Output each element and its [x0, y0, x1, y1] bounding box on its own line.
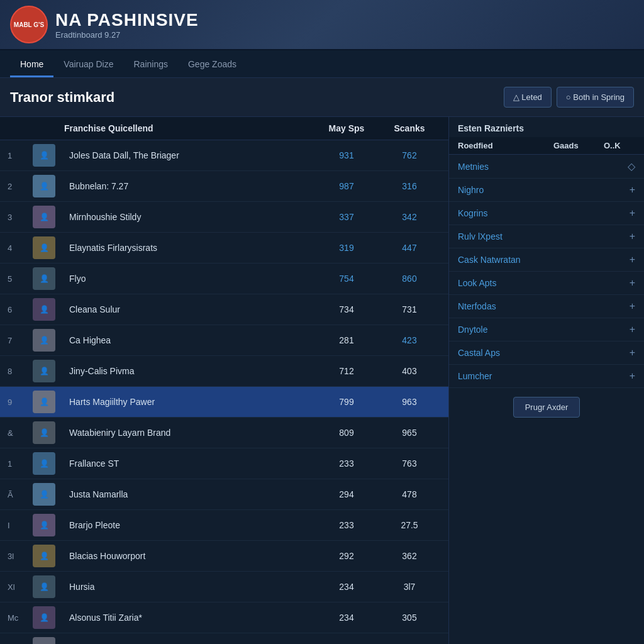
page-header: Tranor stimkard △ Leted ○ Both in Spring: [0, 78, 644, 117]
right-panel-row[interactable]: Kogrins +: [449, 202, 644, 225]
nav-item-rainings[interactable]: Rainings: [123, 53, 177, 77]
table-row[interactable]: 7 👤 Ca Highea 281 423: [0, 325, 448, 356]
avatar: 👤: [33, 637, 55, 644]
right-row-action[interactable]: ◇: [604, 160, 635, 172]
player-name: Alsonus Titii Zaria*: [64, 613, 315, 623]
row-rank: 3l: [8, 552, 33, 561]
row-rank: 5: [8, 274, 33, 284]
avatar: 👤: [33, 483, 55, 506]
row-rank: Ã: [8, 490, 33, 499]
right-row-action[interactable]: +: [604, 301, 635, 312]
page-title: Tranor stimkard: [10, 89, 114, 106]
stat-may-sps: 294: [315, 489, 378, 499]
stat-scanks: 731: [378, 304, 441, 314]
right-row-name: Nterfodas: [458, 301, 553, 311]
stat-may-sps: 809: [315, 428, 378, 438]
player-name: Watabieniry Layarn Brand: [64, 428, 315, 438]
table-row[interactable]: 3 👤 Mirnhoushie Stildy 337 342: [0, 202, 448, 233]
row-rank: 7: [8, 336, 33, 345]
player-name: Harts Magiilthy Pawer: [64, 397, 315, 407]
right-row-action[interactable]: +: [604, 184, 635, 196]
stat-scanks: 762: [378, 150, 441, 160]
right-panel-row[interactable]: Dnytole +: [449, 318, 644, 341]
table-row[interactable]: 9 👤 Harts Magiilthy Pawer 799 963: [0, 387, 448, 418]
table-row[interactable]: Ã 👤 Justa Namarlla 294 478: [0, 479, 448, 510]
table-row[interactable]: 2 👤 Bubnelan: 7.27 987 316: [0, 171, 448, 202]
stat-may-sps: 987: [315, 181, 378, 191]
stat-scanks: 860: [378, 274, 441, 284]
right-panel-row[interactable]: Nterfodas +: [449, 295, 644, 318]
table-row[interactable]: 3l 👤 Blacias Houworport 292 362: [0, 541, 448, 572]
right-row-action[interactable]: +: [604, 208, 635, 219]
leted-button[interactable]: △ Leted: [504, 87, 552, 108]
right-row-action[interactable]: +: [604, 231, 635, 242]
avatar: 👤: [33, 391, 55, 413]
right-row-name: Lumcher: [458, 371, 553, 381]
right-panel-row[interactable]: Castal Aps +: [449, 341, 644, 365]
right-panel-row[interactable]: Metnies ◇: [449, 155, 644, 179]
player-name: Brarjo Pleote: [64, 520, 315, 530]
row-rank: Xl: [8, 582, 33, 592]
avatar: 👤: [33, 514, 55, 536]
right-panel-row[interactable]: Look Apts +: [449, 272, 644, 295]
app-logo: MABL G'S: [10, 6, 48, 43]
table-row[interactable]: 4 👤 Elaynatis Firlarysisrats 319 447: [0, 233, 448, 264]
right-panel-row[interactable]: Nighro +: [449, 179, 644, 202]
col-may-sps: May Sps: [315, 123, 378, 133]
stat-scanks: 478: [378, 489, 441, 499]
right-section-title: Esten Raznierts: [449, 117, 644, 137]
player-name: Bubnelan: 7.27: [64, 181, 315, 191]
nav-item-gege[interactable]: Gege Zoads: [178, 53, 247, 77]
right-row-name: Look Apts: [458, 278, 553, 288]
left-panel: Franchise Quicellend May Sps Scanks 1 👤 …: [0, 117, 449, 644]
right-row-action[interactable]: +: [604, 370, 635, 382]
table-row[interactable]: & 👤 Watabieniry Layarn Brand 809 965: [0, 418, 448, 448]
table-row[interactable]: 6 👤 Cleana Sulur 734 731: [0, 294, 448, 325]
stat-scanks: 963: [378, 397, 441, 407]
table-row[interactable]: 8 👤 Jiny-Calis Pivma 712 403: [0, 356, 448, 387]
table-row[interactable]: 1 👤 Joles Data Dall, The Briager 931 762: [0, 140, 448, 171]
avatar: 👤: [33, 206, 55, 228]
row-rank: 3: [8, 213, 33, 222]
row-rank: Mc: [8, 613, 33, 623]
right-panel-row[interactable]: Lumcher +: [449, 365, 644, 388]
table-header: Franchise Quicellend May Sps Scanks: [0, 117, 448, 140]
right-panel-row[interactable]: Rulv lXpest +: [449, 225, 644, 248]
avatar: 👤: [33, 267, 55, 290]
stat-scanks: 3l7: [378, 582, 441, 592]
row-rank: 2: [8, 182, 33, 191]
table-body: 1 👤 Joles Data Dall, The Briager 931 762…: [0, 140, 448, 644]
avatar: 👤: [33, 606, 55, 629]
player-name: Joles Data Dall, The Briager: [64, 150, 315, 160]
table-row[interactable]: Mc 👤 Alsonus Titii Zaria* 234 305: [0, 602, 448, 633]
table-row[interactable]: 3l 👤 Fare & Blye Spator 0 322: [0, 633, 448, 644]
stat-may-sps: 712: [315, 366, 378, 376]
stat-may-sps: 754: [315, 274, 378, 284]
table-row[interactable]: I 👤 Brarjo Pleote 233 27.5: [0, 510, 448, 541]
avatar: 👤: [33, 545, 55, 567]
right-col-headers: Roedfied Gaads O..K: [449, 137, 644, 155]
right-row-action[interactable]: +: [604, 254, 635, 265]
right-row-name: Metnies: [458, 162, 553, 172]
nav-item-vairuap[interactable]: Vairuap Dize: [53, 53, 123, 77]
right-row-action[interactable]: +: [604, 277, 635, 289]
player-name: Jiny-Calis Pivma: [64, 366, 315, 376]
right-panel-row[interactable]: Cask Natwratan +: [449, 248, 644, 272]
both-in-spring-button[interactable]: ○ Both in Spring: [557, 87, 634, 108]
stat-scanks: 423: [378, 335, 441, 345]
table-row[interactable]: 1 👤 Frallance ST 233 763: [0, 448, 448, 479]
nav-item-home[interactable]: Home: [10, 53, 53, 77]
col-franchise: Franchise Quicellend: [64, 123, 315, 133]
col-rank: [8, 123, 33, 133]
right-row-name: Dnytole: [458, 325, 553, 335]
prugr-axder-button[interactable]: Prugr Axder: [513, 397, 580, 418]
right-row-action[interactable]: +: [604, 347, 635, 358]
right-row-action[interactable]: +: [604, 324, 635, 335]
row-rank: 1: [8, 151, 33, 160]
player-name: Hursia: [64, 582, 315, 592]
right-row-name: Kogrins: [458, 208, 553, 218]
stat-may-sps: 734: [315, 304, 378, 314]
table-row[interactable]: 5 👤 Flyo 754 860: [0, 264, 448, 294]
stat-may-sps: 931: [315, 150, 378, 160]
table-row[interactable]: Xl 👤 Hursia 234 3l7: [0, 572, 448, 602]
